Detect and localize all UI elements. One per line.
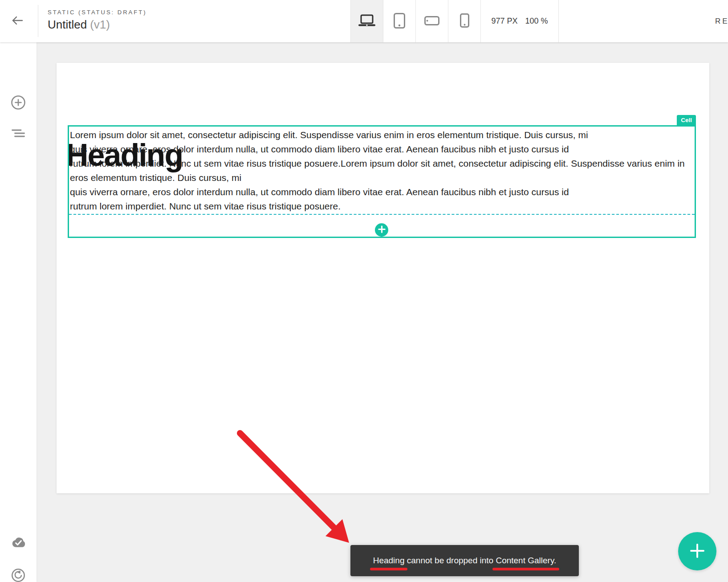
arrow-left-icon bbox=[12, 16, 23, 27]
undo-button[interactable] bbox=[11, 568, 26, 582]
back-button[interactable] bbox=[6, 0, 28, 42]
phone-landscape-icon bbox=[424, 16, 439, 27]
red-underline-annotation bbox=[492, 568, 559, 570]
toast-subject: Heading bbox=[373, 556, 405, 565]
outline-view-button[interactable] bbox=[11, 126, 26, 141]
page-canvas: Heading Cell Lorem ipsum dolor sit amet,… bbox=[57, 63, 709, 493]
outline-list-icon bbox=[12, 129, 25, 139]
add-component-button[interactable] bbox=[11, 95, 26, 111]
document-title-block: STATIC (STATUS: DRAFT) Untitled(v1) bbox=[48, 9, 146, 32]
error-toast-message: Heading cannot be dropped into Content G… bbox=[373, 556, 557, 566]
add-component-fab[interactable] bbox=[678, 532, 716, 570]
document-title-text: Untitled bbox=[48, 18, 87, 31]
laptop-icon bbox=[358, 14, 376, 28]
add-circle-icon bbox=[11, 95, 26, 111]
cloud-check-icon bbox=[10, 537, 27, 549]
zoom-level-value: 100 % bbox=[525, 16, 548, 26]
cell-paragraphs: Lorem ipsum dolor sit amet, consectetur … bbox=[70, 128, 694, 213]
editor-sidebar bbox=[0, 42, 37, 582]
top-toolbar: STATIC (STATUS: DRAFT) Untitled(v1) bbox=[0, 0, 728, 42]
review-button[interactable]: REV bbox=[715, 0, 728, 42]
document-title: Untitled(v1) bbox=[48, 18, 146, 32]
selected-cell-component[interactable]: Cell Lorem ipsum dolor sit amet, consect… bbox=[68, 125, 696, 238]
tablet-portrait-icon bbox=[394, 13, 405, 30]
phone-portrait-icon bbox=[460, 13, 469, 29]
sync-status-button[interactable] bbox=[11, 535, 26, 550]
undo-icon bbox=[11, 568, 26, 582]
device-tablet-button[interactable] bbox=[383, 0, 415, 42]
device-mobile-landscape-button[interactable] bbox=[415, 0, 448, 42]
toast-middle: cannot be dropped into bbox=[404, 556, 496, 565]
drop-target-dashed-line bbox=[69, 214, 695, 215]
red-underline-annotation bbox=[370, 568, 408, 570]
device-desktop-button[interactable] bbox=[350, 0, 383, 42]
error-toast: Heading cannot be dropped into Content G… bbox=[350, 545, 579, 576]
cell-selection-badge: Cell bbox=[677, 115, 696, 125]
cell-add-component-button[interactable] bbox=[375, 223, 388, 237]
document-version: (v1) bbox=[90, 18, 110, 31]
device-mobile-button[interactable] bbox=[448, 0, 480, 42]
device-preview-switcher bbox=[350, 0, 480, 42]
toolbar-divider bbox=[38, 5, 38, 37]
document-status-label: STATIC (STATUS: DRAFT) bbox=[48, 9, 146, 16]
plus-icon bbox=[690, 543, 705, 560]
plus-icon bbox=[378, 225, 386, 234]
viewport-width-value: 977 PX bbox=[491, 16, 517, 26]
viewport-zoom-readout: 977 PX 100 % bbox=[480, 0, 559, 42]
toast-target: Content Gallery. bbox=[496, 556, 556, 565]
